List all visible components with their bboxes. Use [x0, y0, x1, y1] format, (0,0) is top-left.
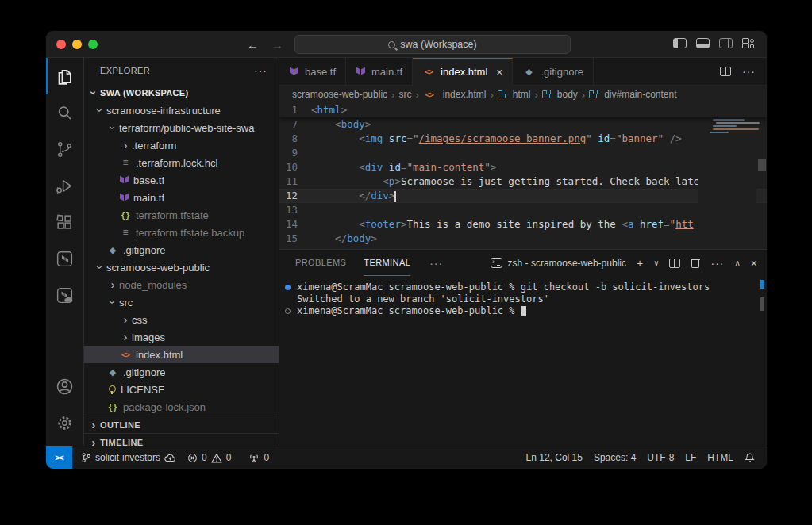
toggle-panel-icon[interactable]	[696, 38, 710, 48]
code-line-1[interactable]: 1<html>	[279, 103, 767, 117]
tree-item-label: .terraform	[132, 140, 176, 151]
ports-indicator[interactable]: 0	[243, 452, 275, 463]
terminal-scrollbar[interactable]	[760, 297, 764, 311]
activity-item-extensions[interactable]	[46, 204, 83, 240]
close-window-button[interactable]	[56, 40, 66, 49]
tree-item-.terraform[interactable]: ›.terraform	[84, 136, 279, 154]
toggle-sidebar-icon[interactable]	[673, 38, 687, 48]
tree-item-label: base.tf	[133, 174, 164, 186]
split-terminal-icon[interactable]	[669, 259, 680, 268]
tree-item-terraform.tfstate[interactable]: {}terraform.tfstate	[84, 206, 279, 224]
eol-setting[interactable]: LF	[679, 452, 702, 463]
panel-more-actions-icon[interactable]: ···	[710, 257, 724, 270]
tree-item-terraform/public-web-site-swa[interactable]: ›terraform/public-web-site-swa	[84, 119, 279, 136]
activity-item-account[interactable]	[46, 368, 83, 404]
editor-scrollbar[interactable]	[758, 159, 766, 171]
close-panel-icon[interactable]: ×	[751, 257, 757, 270]
tab-base.tf[interactable]: base.tf	[279, 58, 346, 85]
workbench: EXPLORER ··· › SWA (WORKSPACE) ›scramoos…	[46, 58, 767, 446]
customize-layout-icon[interactable]	[742, 38, 756, 48]
panel-tab-problems[interactable]: PROBLEMS	[295, 250, 346, 276]
new-terminal-icon[interactable]: +	[637, 257, 643, 270]
tree-item-images[interactable]: ›images	[84, 328, 279, 346]
tree-item-node_modules[interactable]: ›node_modules	[84, 276, 279, 293]
encoding-setting[interactable]: UTF-8	[641, 452, 679, 463]
code-line-14[interactable]: 14 <footer>This is a demo site inspired …	[279, 217, 767, 232]
tree-item-main.tf[interactable]: main.tf	[84, 189, 279, 206]
activity-item-settings[interactable]	[46, 404, 83, 441]
activity-item-run-debug[interactable]	[46, 167, 83, 204]
back-icon[interactable]: ←	[247, 38, 259, 52]
maximize-panel-icon[interactable]: ∧	[734, 259, 740, 267]
code-line-13[interactable]: 13	[279, 203, 767, 217]
code-line-15[interactable]: 15 </body>	[279, 232, 767, 246]
code-line-7[interactable]: 7 <body>	[279, 117, 767, 132]
tree-item-css[interactable]: ›css	[84, 311, 279, 328]
tree-item-label: package-lock.json	[123, 401, 206, 413]
activity-bar	[46, 58, 84, 446]
activity-item-search[interactable]	[46, 94, 83, 131]
tree-item-base.tf[interactable]: base.tf	[84, 171, 279, 189]
breadcrumb-item-body[interactable]: body	[542, 89, 578, 100]
breadcrumb-item-src[interactable]: src	[398, 89, 411, 100]
indentation-setting[interactable]: Spaces: 4	[588, 452, 641, 463]
tree-item-index.html[interactable]: <>index.html	[84, 346, 279, 363]
breadcrumb-label: html	[513, 89, 531, 100]
code-line-11[interactable]: 11 <p>Scramoose is just getting started.…	[279, 174, 767, 189]
kill-terminal-icon[interactable]	[691, 258, 700, 268]
problems-indicator[interactable]: 0 0	[182, 452, 237, 463]
section-timeline[interactable]: ›TIMELINE	[84, 433, 279, 446]
command-center-search[interactable]: swa (Workspace)	[294, 35, 571, 54]
panel-tab-terminal[interactable]: TERMINAL	[364, 250, 410, 276]
activity-item-source-control[interactable]	[46, 131, 83, 167]
bottom-panel: PROBLEMSTERMINAL ··· zsh - scramoose-web…	[279, 249, 767, 446]
workspace-root-item[interactable]: › SWA (WORKSPACE)	[84, 83, 279, 102]
cursor-position[interactable]: Ln 12, Col 15	[521, 452, 588, 463]
zoom-window-button[interactable]	[88, 40, 98, 49]
breadcrumb-item-html[interactable]: html	[498, 89, 531, 100]
forward-icon[interactable]: →	[271, 38, 283, 52]
terminal-actions: zsh - scramoose-web-public + ∨ ··· ∧ ×	[491, 257, 757, 270]
tree-item-terraform.tfstate.backup[interactable]: ≡terraform.tfstate.backup	[84, 224, 279, 241]
breadcrumb-item-index.html[interactable]: <>index.html	[423, 89, 487, 100]
tree-item-.gitignore[interactable]: ◆.gitignore	[84, 241, 279, 259]
language-mode[interactable]: HTML	[702, 452, 739, 463]
activity-item-terraform[interactable]	[46, 240, 83, 277]
panel-more-tabs-icon[interactable]: ···	[429, 257, 443, 270]
tree-item-.gitignore[interactable]: ◆.gitignore	[84, 363, 279, 381]
tree-item-.terraform.lock.hcl[interactable]: ≡.terraform.lock.hcl	[84, 154, 279, 171]
terminal-dropdown-icon[interactable]: ∨	[653, 259, 659, 267]
tab-label: base.tf	[305, 66, 336, 78]
tree-item-scramoose-infrastructure[interactable]: ›scramoose-infrastructure	[84, 102, 279, 119]
tree-item-src[interactable]: ›src	[84, 293, 279, 311]
tab-main.tf[interactable]: main.tf	[346, 58, 413, 85]
branch-indicator[interactable]: solicit-investors	[75, 452, 182, 463]
tree-item-LICENSE[interactable]: LICENSE	[84, 381, 279, 398]
tab-.gitignore[interactable]: ◆.gitignore	[513, 58, 593, 85]
code-line-9[interactable]: 9	[279, 146, 767, 160]
breadcrumb-item-scramoose-web-public[interactable]: scramoose-web-public	[292, 89, 387, 100]
notifications-bell[interactable]	[739, 452, 760, 463]
editor-more-actions-icon[interactable]: ···	[742, 65, 756, 78]
code-line-10[interactable]: 10 <div id="main-content">	[279, 160, 767, 174]
explorer-more-actions-icon[interactable]: ···	[254, 64, 267, 77]
tab-index.html[interactable]: <>index.html×	[413, 58, 513, 86]
settings-icon	[55, 413, 75, 433]
close-tab-icon[interactable]: ×	[496, 66, 502, 79]
minimize-window-button[interactable]	[72, 40, 82, 49]
activity-item-terraform-cloud[interactable]	[46, 277, 83, 313]
terminal-instance[interactable]: zsh - scramoose-web-public	[491, 258, 626, 269]
code-line-8[interactable]: 8 <img src="/images/scramoose_banner.png…	[279, 132, 767, 146]
tree-item-package-lock.json[interactable]: {}package-lock.json	[84, 398, 279, 416]
code-editor[interactable]: 1<html>7 <body>8 <img src="/images/scram…	[279, 103, 767, 249]
split-editor-icon[interactable]	[720, 67, 731, 76]
section-outline[interactable]: ›OUTLINE	[84, 416, 279, 433]
activity-item-explorer[interactable]	[46, 58, 83, 94]
remote-indicator[interactable]: ><	[46, 446, 72, 469]
toggle-secondary-sidebar-icon[interactable]	[719, 38, 733, 48]
terminal-output[interactable]: ximena@ScramMac scramoose-web-public % g…	[279, 276, 767, 317]
breadcrumb-item-div#main-content[interactable]: div#main-content	[589, 89, 676, 100]
minimap[interactable]	[698, 103, 756, 249]
code-line-12[interactable]: 12 </div>	[279, 189, 767, 203]
tree-item-scramoose-web-public[interactable]: ›scramoose-web-public	[84, 259, 279, 276]
